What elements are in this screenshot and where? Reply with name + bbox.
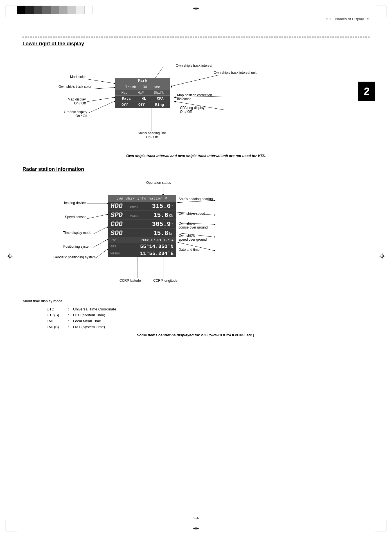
sog-abbr: SOG	[111, 229, 144, 237]
time-sep-lmt: :	[66, 318, 71, 324]
time-mode-table: UTC : Universal Time Coordinate UTC(S) :…	[45, 306, 118, 330]
spd-row: SPD 2AXG 15.6 KN	[108, 211, 176, 220]
time-desc-utcs: UTC (System Time)	[72, 312, 117, 318]
svg-line-14	[93, 88, 114, 89]
cog-value: 305.9	[144, 221, 171, 228]
center-cross-top	[193, 6, 199, 11]
radar-panel-header: Own ShiP Information ⊕	[108, 195, 176, 202]
about-time-section: About time display mode UTC : Universal …	[22, 299, 370, 330]
panel-data: Data	[122, 97, 130, 101]
svg-marker-51	[214, 250, 215, 251]
mark-color-label: Mark color	[22, 75, 86, 79]
center-cross-bottom	[193, 526, 199, 531]
time-desc-lmt: Local Mean Time	[72, 318, 117, 324]
panel-map2: MaP	[138, 91, 144, 95]
hdg-row: HDG CMPS 315.0 °	[108, 202, 176, 211]
panel-mark-label: Mark	[138, 79, 148, 83]
grayscale-bar	[17, 6, 93, 14]
main-content: Lower right of the display	[22, 41, 370, 346]
ships-heading-line-label: Ship's heading lineOn / Off	[135, 131, 169, 139]
sog-row: SOG 15.8 kn	[108, 229, 176, 238]
corner-mark-bl	[6, 520, 17, 531]
own-ship-speed-label: Own ship's speed	[179, 212, 205, 216]
panel-map1: Map	[121, 91, 128, 95]
svg-line-12	[87, 79, 114, 83]
panel-off1: Off	[121, 103, 128, 107]
time-sep-utcs: :	[66, 312, 71, 318]
svg-marker-25	[174, 97, 176, 98]
hdg-abbr: HDG	[111, 202, 130, 210]
wgs-lon: 11°55.234'E	[140, 251, 174, 256]
wgs-row: WGS84 11°55.234'E	[108, 250, 176, 257]
corner-mark-br	[375, 520, 386, 531]
svg-line-22	[172, 75, 219, 86]
cog-row: COG 305.9 °	[108, 220, 176, 229]
own-ship-track-interval-unit-label: Own ship's track interval unit	[214, 71, 256, 75]
dashed-separator	[22, 37, 370, 37]
gps-label: GPS	[111, 245, 116, 248]
heading-device-label: Heading device	[22, 201, 86, 205]
section-number: 2.1	[326, 17, 331, 21]
ccrp-longitude-label: CCRP longitude	[153, 279, 177, 283]
panel-hl: HL	[142, 97, 146, 101]
own-ship-course-ground-label: Own ship'scourse over ground	[179, 221, 208, 229]
panel-shift: Shift	[154, 91, 164, 95]
svg-line-18	[89, 102, 114, 113]
operation-status-label: Operation status	[146, 181, 171, 185]
utc-label: UTC	[111, 239, 125, 242]
time-abbr-utc: UTC	[46, 306, 65, 312]
cog-symbol: °	[171, 223, 174, 227]
svg-line-40	[96, 250, 107, 258]
header-dots: ••	[367, 17, 370, 21]
spd-unit: KN	[169, 214, 174, 218]
spd-value: 15.6	[144, 212, 168, 219]
map-display-label: Map displayOn / Off	[22, 97, 86, 105]
panel-track-label: Track 30 sec	[125, 85, 160, 89]
time-row-utcs: UTC(S) : UTC (System Time)	[46, 312, 117, 318]
left-cross-mark	[7, 253, 13, 260]
graphic-display-label: Graphic displayOn / Off	[22, 110, 87, 118]
hdg-sub: CMPS	[130, 205, 144, 209]
svg-line-36	[93, 227, 107, 234]
svg-line-38	[93, 240, 107, 248]
utc-value: 2008-07-01 12:34	[125, 238, 174, 242]
lower-right-heading: Lower right of the display	[22, 41, 370, 47]
time-sep-lmts: :	[66, 324, 71, 330]
svg-line-16	[87, 97, 114, 102]
time-abbr-utcs: UTC(S)	[46, 312, 65, 318]
svg-marker-49	[214, 236, 215, 238]
lower-right-diagram: Mark color Own ship's track color Map di…	[22, 52, 370, 151]
radar-panel: Own ShiP Information ⊕ HDG CMPS 315.0 ° …	[108, 195, 176, 257]
own-ship-track-color-label: Own ship's track color	[22, 85, 91, 89]
time-abbr-lmt: LMT	[46, 318, 65, 324]
right-cross-mark	[379, 253, 385, 260]
wgs-label: WGS84	[111, 252, 120, 255]
radar-station-heading: Radar station information	[22, 166, 370, 172]
page-header: 2.1 Names of Display ••	[326, 17, 370, 21]
time-row-utc: UTC : Universal Time Coordinate	[46, 306, 117, 312]
utc-row: UTC 2008-07-01 12:34	[108, 238, 176, 243]
ccrp-latitude-label: CCRP latitude	[120, 279, 141, 283]
cpa-ring-display-label: CPA ring displayOn / Off	[180, 106, 204, 114]
corner-mark-tl	[6, 6, 17, 17]
time-abbr-lmts: LMT(S)	[46, 324, 65, 330]
time-row-lmts: LMT(S) : LMT (System Time)	[46, 324, 117, 330]
radar-station-note: Some items cannot be displayed for VTS (…	[22, 333, 370, 337]
section-title: Names of Display	[335, 17, 364, 21]
date-and-time-label: Date and time	[179, 248, 200, 252]
page-number: 2-4	[193, 516, 199, 520]
geodetic-positioning-label: Geodetic positioning system	[22, 255, 96, 259]
cog-abbr: COG	[111, 220, 144, 228]
svg-marker-23	[171, 85, 172, 88]
panel-cpa: CPA	[157, 97, 163, 101]
svg-marker-43	[214, 200, 215, 201]
corner-mark-tr	[375, 6, 386, 17]
positioning-system-label: Positioning system	[22, 245, 91, 249]
panel-ring: Ring	[155, 103, 164, 107]
spd-sub: 2AXG	[130, 214, 144, 218]
svg-marker-47	[214, 223, 215, 225]
hdg-value: 315.0	[144, 203, 171, 210]
lower-right-panel: Mark Track 30 sec Map MaP Shift Data HL …	[115, 78, 170, 108]
time-desc-utc: Universal Time Coordinate	[72, 306, 117, 312]
svg-line-34	[87, 214, 107, 219]
